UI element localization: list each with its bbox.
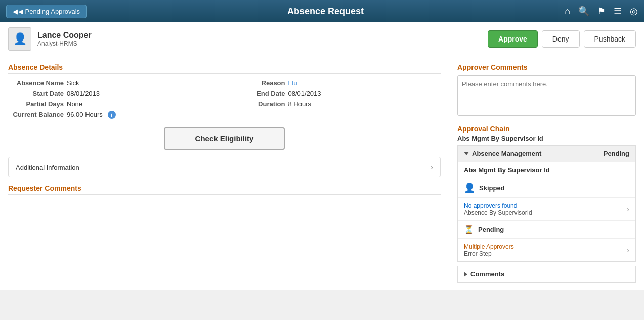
absence-details-right: Reason Flu End Date 08/01/2013 Duration … — [230, 79, 441, 119]
avatar: 👤 — [8, 27, 31, 51]
back-label: ◀ Pending Approvals — [18, 8, 80, 15]
absence-details-left: Absence Name Sick Start Date 08/01/2013 … — [8, 79, 220, 119]
chain-header[interactable]: Absence Management Pending — [457, 145, 636, 162]
pushback-button[interactable]: Pushback — [584, 30, 636, 48]
duration-value: 8 Hours — [288, 100, 312, 108]
triangle-down-icon — [464, 152, 469, 155]
partial-days-value: None — [67, 100, 82, 108]
triangle-right-icon — [464, 272, 467, 277]
end-date-row: End Date 08/01/2013 — [230, 90, 441, 97]
skipped-label: Skipped — [479, 184, 505, 192]
current-balance-label: Current Balance — [8, 111, 64, 118]
requester-comments-title: Requester Comments — [8, 184, 441, 195]
duration-row: Duration 8 Hours — [230, 100, 441, 108]
comments-section: Comments — [457, 266, 636, 283]
partial-days-label: Partial Days — [8, 100, 64, 108]
current-balance-value: 96.00 Hours — [67, 111, 103, 118]
skipped-arrow-icon: › — [627, 205, 629, 214]
back-button[interactable]: ◀ ◀ Pending Approvals — [6, 5, 87, 18]
duration-label: Duration — [230, 100, 285, 108]
approval-chain-subtitle: Abs Mgmt By Supervisor Id — [457, 135, 636, 142]
additional-info-label: Additional Information — [16, 164, 79, 171]
home-icon[interactable]: ⌂ — [565, 6, 570, 17]
back-icon: ◀ — [13, 8, 18, 15]
end-date-label: End Date — [230, 90, 285, 97]
compass-icon[interactable]: ◎ — [630, 6, 638, 17]
chain-header-left: Absence Management — [464, 150, 541, 157]
menu-icon[interactable]: ☰ — [614, 6, 622, 17]
chain-body: Abs Mgmt By Supervisor Id 👤 Skipped No a… — [457, 162, 636, 262]
additional-info-bar[interactable]: Additional Information › — [8, 157, 441, 177]
main-content: Absence Details Absence Name Sick Start … — [0, 56, 644, 290]
pending-link-line2: Error Step — [464, 250, 514, 257]
user-info: 👤 Lance Cooper Analyst-HRMS — [8, 27, 92, 51]
pending-icon: ⏳ — [464, 225, 474, 234]
approve-button[interactable]: Approve — [488, 30, 538, 48]
end-date-value: 08/01/2013 — [288, 90, 321, 97]
chain-header-label: Absence Management — [472, 150, 541, 157]
pending-link-line1: Multiple Approvers — [464, 243, 514, 250]
user-details: Lance Cooper Analyst-HRMS — [37, 31, 92, 47]
start-date-label: Start Date — [8, 90, 64, 97]
chevron-right-icon: › — [431, 163, 433, 172]
pending-label: Pending — [478, 226, 504, 233]
partial-days-row: Partial Days None — [8, 100, 220, 108]
left-panel: Absence Details Absence Name Sick Start … — [0, 56, 449, 290]
absence-details-title: Absence Details — [8, 63, 441, 74]
chain-inner-title: Abs Mgmt By Supervisor Id — [458, 162, 635, 178]
absence-name-value: Sick — [67, 79, 79, 87]
pending-link-text: Multiple Approvers Error Step — [464, 243, 514, 257]
top-navigation: ◀ ◀ Pending Approvals Absence Request ⌂ … — [0, 0, 644, 22]
search-icon[interactable]: 🔍 — [578, 6, 589, 17]
comments-header[interactable]: Comments — [458, 266, 635, 282]
pending-link-item[interactable]: Multiple Approvers Error Step › — [458, 239, 635, 261]
current-balance-row: Current Balance 96.00 Hours i — [8, 111, 220, 119]
check-eligibility-row: Check Eligibility — [8, 127, 441, 150]
skipped-link-line2: Absence By SupervisorId — [464, 209, 532, 216]
chain-header-status: Pending — [604, 150, 629, 157]
approval-chain-title: Approval Chain — [457, 125, 636, 133]
reason-label: Reason — [230, 79, 285, 87]
approver-comments-textarea[interactable] — [457, 75, 636, 116]
skipped-link-item[interactable]: No approvers found Absence By Supervisor… — [458, 198, 635, 221]
absence-name-row: Absence Name Sick — [8, 79, 220, 87]
start-date-row: Start Date 08/01/2013 — [8, 90, 220, 97]
reason-value[interactable]: Flu — [288, 79, 297, 87]
approver-comments-title: Approver Comments — [457, 63, 636, 71]
pending-arrow-icon: › — [627, 246, 629, 255]
pending-item: ⏳ Pending — [458, 221, 635, 239]
absence-details-grid: Absence Name Sick Start Date 08/01/2013 … — [8, 79, 441, 119]
flag-icon[interactable]: ⚑ — [597, 6, 606, 17]
user-name: Lance Cooper — [37, 31, 92, 40]
action-buttons: Approve Deny Pushback — [488, 30, 636, 48]
skipped-item: 👤 Skipped — [458, 178, 635, 198]
info-icon[interactable]: i — [108, 111, 116, 119]
right-panel: Approver Comments Approval Chain Abs Mgm… — [449, 56, 644, 290]
absence-name-label: Absence Name — [8, 79, 64, 87]
user-role: Analyst-HRMS — [37, 40, 92, 47]
start-date-value: 08/01/2013 — [67, 90, 100, 97]
header-section: 👤 Lance Cooper Analyst-HRMS Approve Deny… — [0, 22, 644, 56]
avatar-icon: 👤 — [13, 32, 27, 46]
check-eligibility-button[interactable]: Check Eligibility — [164, 127, 285, 150]
skipped-link-text: No approvers found Absence By Supervisor… — [464, 202, 532, 216]
skipped-link-line1: No approvers found — [464, 202, 532, 209]
page-title: Absence Request — [87, 6, 565, 17]
comments-label: Comments — [470, 270, 504, 278]
reason-row: Reason Flu — [230, 79, 441, 87]
skipped-icon: 👤 — [464, 182, 475, 193]
nav-icons: ⌂ 🔍 ⚑ ☰ ◎ — [565, 6, 638, 17]
deny-button[interactable]: Deny — [542, 30, 580, 48]
